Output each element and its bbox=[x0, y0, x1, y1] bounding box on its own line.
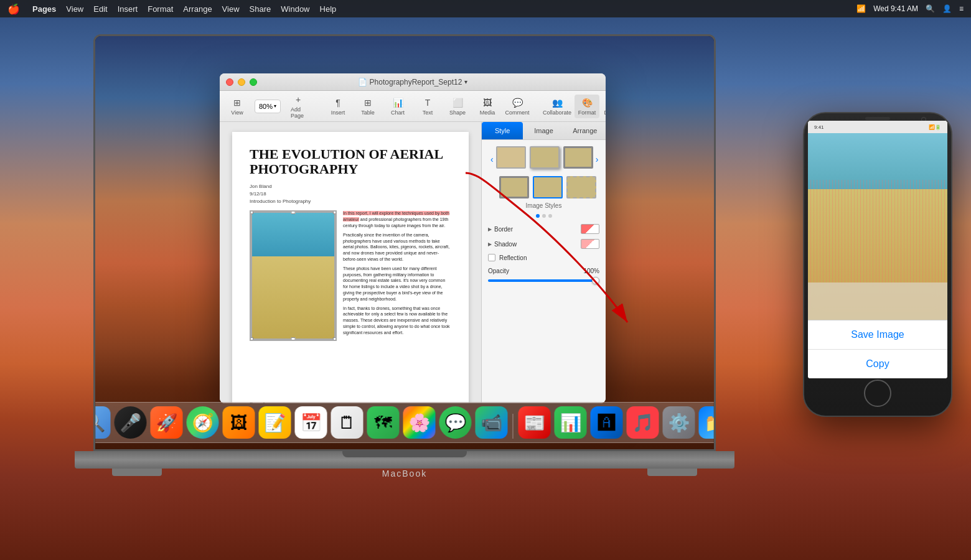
handle-tl[interactable] bbox=[250, 210, 253, 214]
view-button[interactable]: ⊞ View bbox=[225, 95, 250, 118]
shape-icon: ⬜ bbox=[451, 97, 464, 108]
dock-siri[interactable]: 🎤 bbox=[115, 406, 147, 439]
shadow-color-swatch[interactable] bbox=[581, 239, 599, 249]
zoom-selector[interactable]: 80% ▾ bbox=[255, 100, 281, 113]
dock-facetime[interactable]: 📹 bbox=[476, 406, 508, 439]
opacity-slider-thumb[interactable] bbox=[592, 277, 599, 284]
prev-styles-arrow[interactable]: ‹ bbox=[488, 154, 496, 164]
save-image-button[interactable]: Save Image bbox=[808, 320, 947, 350]
user-icon[interactable]: 👤 bbox=[942, 4, 952, 13]
wifi-icon: 📶 bbox=[856, 4, 866, 13]
insert-button[interactable]: ¶ Insert bbox=[326, 95, 350, 118]
style-thumb-4[interactable] bbox=[499, 176, 529, 198]
dock-messages[interactable]: 💬 bbox=[439, 406, 472, 439]
tab-arrange[interactable]: Arrange bbox=[565, 122, 606, 139]
format-button[interactable]: 🎨 Format bbox=[575, 95, 599, 118]
dock-folder[interactable]: 📁 bbox=[699, 406, 716, 439]
dock-news[interactable]: 📰 bbox=[518, 406, 551, 439]
itunes-icon: 🎵 bbox=[632, 413, 654, 433]
document-icon: 📄 bbox=[358, 78, 367, 86]
format-panel: Style Image Arrange ‹ bbox=[481, 122, 606, 403]
menu-help[interactable]: Help bbox=[320, 4, 337, 14]
menu-arrange[interactable]: Arrange bbox=[183, 4, 212, 14]
style-thumb-6[interactable] bbox=[566, 176, 596, 198]
dock-finder[interactable]: 🔍 bbox=[93, 406, 111, 439]
opacity-slider[interactable] bbox=[488, 279, 599, 282]
reflection-label: Reflection bbox=[499, 254, 599, 261]
iphone-screen: 9:41 📶🔋 Save Image Copy bbox=[808, 121, 947, 378]
style-thumb-2[interactable] bbox=[530, 146, 560, 169]
add-page-button[interactable]: + Add Page bbox=[286, 91, 311, 121]
copy-button[interactable]: Copy bbox=[808, 350, 947, 378]
chart-button[interactable]: 📊 Chart bbox=[385, 95, 410, 118]
pages-content: THE EVOLUTION OF AERIAL PHOTOGRAPHY Jon … bbox=[220, 122, 606, 403]
calendar-icon: 📅 bbox=[300, 413, 322, 433]
menu-file[interactable]: View bbox=[66, 4, 83, 14]
dock-launchpad[interactable]: 🚀 bbox=[151, 406, 183, 439]
dock-numbers[interactable]: 📊 bbox=[555, 406, 587, 439]
style-thumb-5[interactable] bbox=[533, 176, 563, 198]
maximize-button[interactable] bbox=[250, 78, 257, 86]
dock-itunes[interactable]: 🎵 bbox=[627, 406, 659, 439]
pages-window[interactable]: 📄 PhotographyReport_Sept12 ▾ ⊞ View 8 bbox=[220, 73, 606, 403]
document-body: In this report, I will explore the techn… bbox=[250, 210, 451, 341]
search-icon[interactable]: 🔍 bbox=[926, 4, 935, 13]
comment-button[interactable]: 💬 Comment bbox=[505, 95, 530, 118]
document-title: THE EVOLUTION OF AERIAL PHOTOGRAPHY bbox=[250, 147, 451, 177]
macbook-notch bbox=[342, 451, 467, 457]
handle-br[interactable] bbox=[333, 337, 337, 341]
menu-view[interactable]: View bbox=[222, 4, 240, 14]
border-color-swatch[interactable] bbox=[581, 224, 599, 234]
insert-icon: ¶ bbox=[331, 97, 345, 108]
dock-calendar[interactable]: 📅 bbox=[295, 406, 327, 439]
chevron-down-icon[interactable]: ▾ bbox=[464, 78, 467, 85]
dock-reminders[interactable]: 🗒 bbox=[331, 406, 364, 439]
text-button[interactable]: T Text bbox=[415, 95, 440, 118]
dock-settings[interactable]: ⚙️ bbox=[663, 406, 695, 439]
iphone-image bbox=[808, 133, 947, 320]
handle-bl[interactable] bbox=[250, 337, 253, 341]
document-image[interactable] bbox=[250, 210, 337, 341]
settings-icon: ⚙️ bbox=[668, 413, 690, 433]
handle-bm[interactable] bbox=[291, 337, 296, 341]
dock-notes[interactable]: 📝 bbox=[259, 406, 291, 439]
traffic-lights bbox=[226, 78, 257, 86]
apple-menu[interactable]: 🍎 bbox=[7, 3, 20, 15]
dock-safari[interactable]: 🧭 bbox=[187, 406, 219, 439]
dock-photos-alt[interactable]: 🖼 bbox=[223, 406, 255, 439]
dock-appstore[interactable]: 🅰 bbox=[591, 406, 623, 439]
document-button[interactable]: 📄 Document bbox=[604, 95, 606, 118]
macbook-screen: 📄 PhotographyReport_Sept12 ▾ ⊞ View 8 bbox=[93, 34, 716, 451]
menu-edit[interactable]: Edit bbox=[93, 4, 107, 14]
tab-image[interactable]: Image bbox=[523, 122, 564, 139]
close-button[interactable] bbox=[226, 78, 233, 86]
menu-insert[interactable]: Insert bbox=[118, 4, 138, 14]
border-disclosure[interactable]: ▶ bbox=[488, 226, 492, 232]
reflection-checkbox[interactable] bbox=[488, 254, 495, 261]
collaborate-button[interactable]: 👥 Collaborate bbox=[545, 95, 570, 118]
dock-maps[interactable]: 🗺 bbox=[367, 406, 400, 439]
handle-tr[interactable] bbox=[333, 210, 337, 214]
iphone-home-button[interactable] bbox=[864, 380, 891, 407]
iphone-screen-inner: 9:41 📶🔋 Save Image Copy bbox=[808, 121, 947, 378]
handle-tm[interactable] bbox=[291, 210, 296, 214]
menu-window[interactable]: Window bbox=[281, 4, 309, 14]
numbers-icon: 📊 bbox=[560, 413, 581, 433]
shape-button[interactable]: ⬜ Shape bbox=[445, 95, 470, 118]
opacity-label: Opacity bbox=[488, 268, 583, 274]
shadow-disclosure[interactable]: ▶ bbox=[488, 241, 492, 247]
document-text-column: In this report, I will explore the techn… bbox=[343, 210, 451, 341]
minimize-button[interactable] bbox=[238, 78, 245, 86]
menu-share[interactable]: Share bbox=[250, 4, 271, 14]
comment-icon: 💬 bbox=[510, 97, 524, 108]
tab-style[interactable]: Style bbox=[482, 122, 523, 139]
style-thumb-1[interactable] bbox=[496, 146, 526, 169]
dock-photos[interactable]: 🌸 bbox=[403, 406, 436, 439]
style-thumb-3[interactable] bbox=[563, 146, 593, 169]
table-button[interactable]: ⊞ Table bbox=[355, 95, 380, 118]
control-center-icon[interactable]: ≡ bbox=[959, 4, 964, 13]
next-styles-arrow[interactable]: › bbox=[593, 154, 601, 164]
notes-icon: 📝 bbox=[264, 413, 286, 433]
menu-format[interactable]: Format bbox=[148, 4, 173, 14]
media-button[interactable]: 🖼 Media bbox=[475, 95, 500, 118]
